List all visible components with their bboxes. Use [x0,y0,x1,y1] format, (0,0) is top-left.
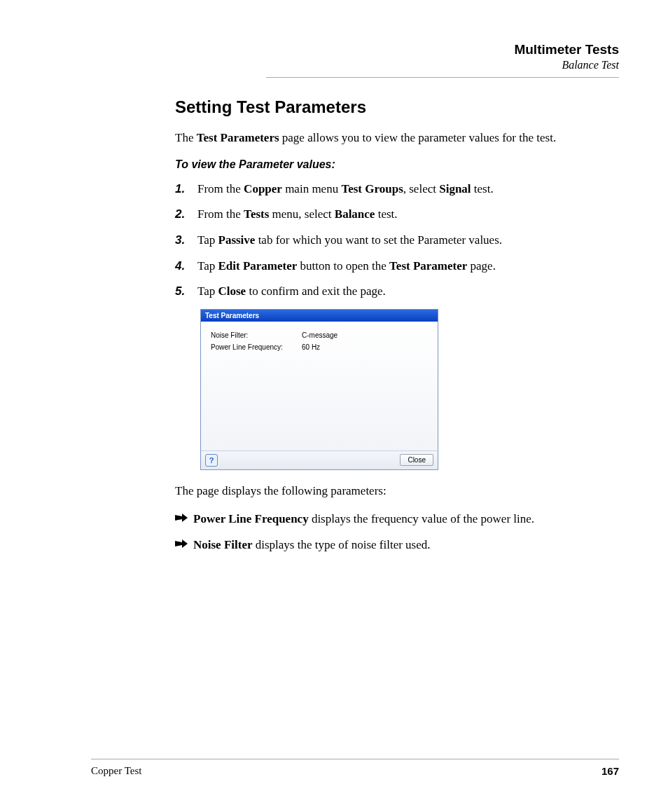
steps-list: 1.From the Copper main menu Test Groups,… [175,181,619,301]
screenshot-test-parameters: Test Parameters Noise Filter:C-messagePo… [200,309,438,470]
step-number: 4. [175,258,197,275]
text-bold: Test Groups [341,182,403,195]
procedure-heading: To view the Parameter values: [175,158,619,171]
step-item: 4.Tap Edit Parameter button to open the … [175,258,619,275]
bullet-item: Noise Filter displays the type of noise … [175,537,619,554]
chapter-title: Multimeter Tests [266,42,619,57]
text-bold: Signal [439,182,471,195]
bullet-item: Power Line Frequency displays the freque… [175,511,619,528]
text-bold: Power Line Frequency [193,512,309,525]
text: Tap [197,233,218,247]
page-number: 167 [601,765,619,777]
step-number: 1. [175,181,197,198]
step-text: Tap Edit Parameter button to open the Te… [197,258,496,275]
text: button to open the [297,259,389,273]
text: Tap [197,284,218,298]
step-number: 5. [175,283,197,301]
step-text: Tap Close to confirm and exit the page. [197,283,386,301]
text: displays the type of noise filter used. [253,538,431,551]
page-footer: Copper Test 167 [91,759,619,777]
text: tab for which you want to set the Parame… [255,233,502,247]
step-item: 3.Tap Passive tab for which you want to … [175,232,619,249]
intro-paragraph: The Test Parameters page allows you to v… [175,130,619,147]
bullet-text: Noise Filter displays the type of noise … [193,537,431,554]
text: test. [471,182,494,195]
step-text: From the Tests menu, select Balance test… [197,206,398,223]
text: menu, select [269,207,334,221]
text-bold: Test Parameters [197,131,279,144]
param-row: Noise Filter:C-message [211,331,428,339]
section-title: Balance Test [266,59,619,71]
step-item: 5.Tap Close to confirm and exit the page… [175,283,619,301]
step-text: From the Copper main menu Test Groups, s… [197,181,494,198]
dialog-footer: ? Close [201,450,438,469]
text-bold: Close [218,284,246,298]
text: test. [375,207,397,221]
text-bold: Test Parameter [389,259,467,273]
close-button[interactable]: Close [400,454,433,466]
text: to confirm and exit the page. [246,284,386,298]
text: page. [467,259,496,273]
svg-marker-0 [175,514,188,522]
param-label: Power Line Frequency: [211,343,302,351]
bullet-arrow-icon [175,537,193,549]
text-bold: Tests [244,207,269,221]
help-icon[interactable]: ? [205,454,218,467]
dialog-body: Noise Filter:C-messagePower Line Frequen… [201,322,438,450]
text: From the [197,207,244,221]
step-text: Tap Passive tab for which you want to se… [197,232,502,249]
param-row: Power Line Frequency:60 Hz [211,343,428,351]
bullet-arrow-icon [175,511,193,523]
param-value: 60 Hz [302,343,320,351]
bullet-text: Power Line Frequency displays the freque… [193,511,534,528]
step-number: 2. [175,206,197,223]
after-paragraph: The page displays the following paramete… [175,483,619,500]
text: Tap [197,259,218,273]
text: The [175,131,197,144]
param-label: Noise Filter: [211,331,302,339]
text: main menu [282,182,342,195]
text: displays the frequency value of the powe… [309,512,534,525]
page-header: Multimeter Tests Balance Test [266,42,619,78]
footer-left: Copper Test [91,765,141,777]
step-item: 1.From the Copper main menu Test Groups,… [175,181,619,198]
text-bold: Edit Parameter [218,259,298,273]
bullet-list: Power Line Frequency displays the freque… [175,511,619,553]
param-value: C-message [302,331,338,339]
text: page allows you to view the parameter va… [279,131,557,144]
page-title: Setting Test Parameters [175,97,619,117]
step-number: 3. [175,232,197,249]
svg-marker-1 [175,539,188,548]
text-bold: Balance [335,207,375,221]
text: , select [403,182,439,195]
text-bold: Noise Filter [193,538,253,551]
text-bold: Passive [218,233,256,247]
dialog-titlebar: Test Parameters [201,310,438,322]
text-bold: Copper [244,182,282,195]
text: From the [197,182,244,195]
step-item: 2.From the Tests menu, select Balance te… [175,206,619,223]
